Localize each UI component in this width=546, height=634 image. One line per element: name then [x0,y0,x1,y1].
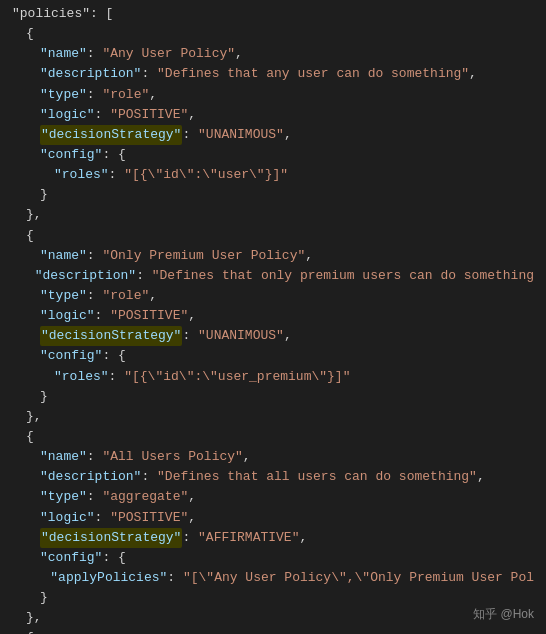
code-line: }, [0,205,546,225]
token-string: "Defines that all users can do something… [157,467,477,487]
token-string: "Defines that only premium users can do … [152,266,534,286]
token-punct: { [26,628,34,634]
token-punct: , [188,105,196,125]
token-punct: , [149,286,157,306]
token-punct: : [87,447,103,467]
token-key: "name" [40,246,87,266]
token-punct: , [299,528,307,548]
token-string: "role" [102,286,149,306]
code-line: "decisionStrategy": "AFFIRMATIVE", [0,528,546,548]
code-line: { [0,226,546,246]
code-line: "logic": "POSITIVE", [0,105,546,125]
code-line: "config": { [0,145,546,165]
watermark: 知乎 @Hok [473,605,534,624]
token-punct: : { [102,346,125,366]
token-punct: : [87,85,103,105]
token-string: "Any User Policy" [102,44,235,64]
code-line: "roles": "[{\"id\":\"user\"}]" [0,165,546,185]
highlighted-key: "decisionStrategy" [40,528,182,548]
token-key: "description" [40,467,141,487]
token-key: "description" [40,64,141,84]
token-punct: , [188,508,196,528]
code-line: "description": "Defines that only premiu… [0,266,546,286]
token-key: "logic" [40,306,95,326]
token-punct: : [167,568,183,588]
code-line: "config": { [0,548,546,568]
token-punct: : [87,246,103,266]
code-container: "policies": [{"name": "Any User Policy",… [0,0,546,634]
token-punct: : { [102,145,125,165]
token-punct: } [40,185,48,205]
code-line: }, [0,608,546,628]
token-punct: : [136,266,152,286]
token-string: "POSITIVE" [110,306,188,326]
token-punct: { [26,226,34,246]
code-line: "description": "Defines that any user ca… [0,64,546,84]
token-punct: , [284,125,292,145]
token-punct: : [182,125,198,145]
code-line: "applyPolicies": "[\"Any User Policy\",\… [0,568,546,588]
token-punct: : [87,44,103,64]
token-punct: : [182,528,198,548]
token-punct: { [26,24,34,44]
code-line: "logic": "POSITIVE", [0,508,546,528]
token-punct: }, [26,407,42,427]
token-key: "description" [35,266,136,286]
token-punct: "policies": [ [12,4,113,24]
code-line: "config": { [0,346,546,366]
token-punct: : [95,306,111,326]
token-string: "[{\"id\":\"user\"}]" [124,165,288,185]
token-key: "logic" [40,508,95,528]
token-punct: }, [26,608,42,628]
token-string: "UNANIMOUS" [198,326,284,346]
token-punct: : [95,105,111,125]
code-line: } [0,185,546,205]
highlighted-key: "decisionStrategy" [40,326,182,346]
token-punct: , [284,326,292,346]
token-punct: : { [102,548,125,568]
code-line: "name": "Only Premium User Policy", [0,246,546,266]
token-key: "type" [40,286,87,306]
token-string: "role" [102,85,149,105]
code-line: "type": "role", [0,85,546,105]
token-punct: : [141,467,157,487]
code-line: "decisionStrategy": "UNANIMOUS", [0,125,546,145]
token-string: "UNANIMOUS" [198,125,284,145]
token-punct: , [477,467,485,487]
code-line: }, [0,407,546,427]
token-punct: { [26,427,34,447]
token-punct: : [109,165,125,185]
code-line: "description": "Defines that all users c… [0,467,546,487]
token-string: "AFFIRMATIVE" [198,528,299,548]
token-key: "logic" [40,105,95,125]
token-string: "[\"Any User Policy\",\"Only Premium Use… [183,568,534,588]
token-key: "roles" [54,165,109,185]
token-key: "type" [40,85,87,105]
token-punct: : [87,286,103,306]
code-line: "type": "role", [0,286,546,306]
token-key: "roles" [54,367,109,387]
token-key: "name" [40,447,87,467]
code-line: { [0,427,546,447]
token-punct: , [469,64,477,84]
token-punct: : [182,326,198,346]
token-punct: , [188,487,196,507]
token-string: "aggregate" [102,487,188,507]
token-string: "POSITIVE" [110,508,188,528]
token-punct: : [109,367,125,387]
highlighted-key: "decisionStrategy" [40,125,182,145]
code-line: "policies": [ [0,4,546,24]
token-string: "[{\"id\":\"user_premium\"}]" [124,367,350,387]
code-line: { [0,628,546,634]
token-punct: , [188,306,196,326]
token-string: "POSITIVE" [110,105,188,125]
token-key: "config" [40,346,102,366]
code-line: } [0,387,546,407]
code-line: "name": "All Users Policy", [0,447,546,467]
token-key: "name" [40,44,87,64]
token-punct: }, [26,205,42,225]
token-key: "config" [40,548,102,568]
code-line: "name": "Any User Policy", [0,44,546,64]
code-line: "logic": "POSITIVE", [0,306,546,326]
token-punct: : [141,64,157,84]
